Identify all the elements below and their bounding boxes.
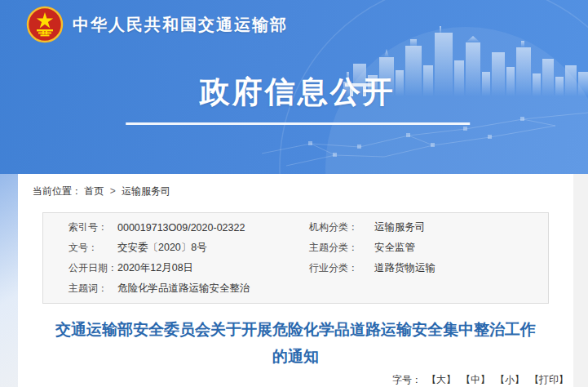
meta-label-org: 机构分类：	[309, 220, 374, 234]
font-size-large-button[interactable]: 【大】	[427, 374, 456, 385]
table-row: 主题词： 危险化学品道路运输安全整治	[43, 278, 548, 299]
breadcrumb-label: 当前位置：	[33, 185, 82, 197]
font-size-label: 字号：	[392, 374, 422, 385]
meta-label-docno: 文号：	[69, 241, 117, 255]
meta-value-index: 000019713O09/2020-02322	[117, 222, 309, 234]
meta-label-index: 索引号：	[69, 220, 117, 234]
breadcrumb-section-link[interactable]: 运输服务司	[122, 185, 170, 197]
banner: 中华人民共和国交通运输部 政府信息公开	[0, 0, 588, 174]
national-emblem-icon	[26, 6, 64, 43]
breadcrumb: 当前位置： 首页 > 运输服务司	[18, 174, 573, 205]
meta-value-date: 2020年12月08日	[117, 261, 309, 275]
content-card: 当前位置： 首页 > 运输服务司 索引号： 000019713O09/2020-…	[18, 174, 573, 387]
meta-value-industry: 道路货物运输	[374, 261, 548, 275]
print-button[interactable]: 【打印】	[529, 374, 568, 385]
document-title: 交通运输部安全委员会关于开展危险化学品道路运输安全集中整治工作的通知	[49, 316, 542, 370]
font-size-small-button[interactable]: 【小】	[495, 374, 524, 385]
breadcrumb-home-link[interactable]: 首页	[84, 185, 104, 197]
meta-value-keywords: 危险化学品道路运输安全整治	[117, 282, 309, 296]
metadata-table: 索引号： 000019713O09/2020-02322 机构分类： 运输服务司…	[42, 212, 549, 304]
meta-label-topic: 主题分类：	[309, 241, 374, 255]
site-name: 中华人民共和国交通运输部	[73, 14, 288, 36]
table-row: 索引号： 000019713O09/2020-02322 机构分类： 运输服务司	[43, 217, 548, 238]
table-row: 文号： 交安委〔2020〕8号 主题分类： 安全监管	[43, 238, 548, 258]
meta-label-keywords: 主题词：	[69, 282, 117, 296]
meta-label-industry: 行业分类：	[309, 261, 374, 275]
meta-value-org: 运输服务司	[374, 220, 548, 234]
site-home-link[interactable]: 中华人民共和国交通运输部	[26, 6, 288, 43]
meta-value-docno: 交安委〔2020〕8号	[117, 241, 309, 255]
meta-label-date: 公开日期：	[69, 261, 117, 275]
meta-value-topic: 安全监管	[374, 241, 548, 255]
font-size-toolbar: 字号：【大】【中】【小】【打印】	[18, 372, 568, 387]
page-title: 政府信息公开	[126, 72, 470, 125]
breadcrumb-separator: >	[107, 185, 119, 197]
table-row: 公开日期： 2020年12月08日 行业分类： 道路货物运输	[43, 258, 548, 278]
font-size-medium-button[interactable]: 【中】	[461, 374, 490, 385]
